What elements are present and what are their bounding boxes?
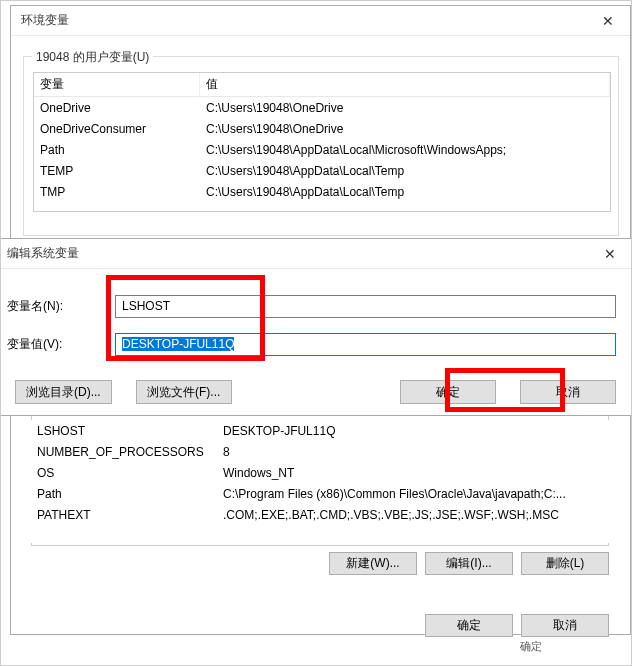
table-row[interactable]: PathC:\Users\19048\AppData\Local\Microso… — [34, 139, 610, 160]
var-name-cell: NUMBER_OF_PROCESSORS — [31, 445, 217, 459]
edit-dialog-titlebar: 编辑系统变量 ✕ — [1, 239, 632, 269]
col-header-value[interactable]: 值 — [200, 73, 610, 97]
var-value-cell: Windows_NT — [217, 466, 609, 480]
var-value-cell: C:\Program Files (x86)\Common Files\Orac… — [217, 487, 609, 501]
edit-ok-button[interactable]: 确定 — [400, 380, 496, 404]
sub-ok-text: 确定 — [520, 639, 542, 654]
delete-sys-var-button[interactable]: 删除(L) — [521, 552, 609, 575]
table-row[interactable]: OSWindows_NT — [31, 462, 609, 483]
var-name-cell: OneDriveConsumer — [34, 122, 200, 136]
edit-dialog-buttons: 浏览目录(D)... 浏览文件(F)... 确定 取消 — [15, 379, 616, 405]
table-row[interactable]: TMPC:\Users\19048\AppData\Local\Temp — [34, 181, 610, 202]
var-value-input[interactable]: DESKTOP-JFUL11Q — [115, 333, 616, 356]
new-sys-var-button[interactable]: 新建(W)... — [329, 552, 417, 575]
user-vars-legend: 19048 的用户变量(U) — [32, 49, 153, 66]
var-name-label: 变量名(N): — [7, 298, 115, 315]
var-name-cell: OneDrive — [34, 101, 200, 115]
var-value-cell: 8 — [217, 445, 609, 459]
table-row[interactable]: PATHEXT.COM;.EXE;.BAT;.CMD;.VBS;.VBE;.JS… — [31, 504, 609, 525]
env-vars-title: 环境变量 — [21, 12, 69, 29]
col-header-name[interactable]: 变量 — [34, 73, 200, 97]
var-name-row: 变量名(N): — [7, 294, 616, 318]
var-value-cell: C:\Users\19048\OneDrive — [200, 101, 610, 115]
edit-cancel-button[interactable]: 取消 — [520, 380, 616, 404]
edit-sys-var-button[interactable]: 编辑(I)... — [425, 552, 513, 575]
var-value-cell: .COM;.EXE;.BAT;.CMD;.VBS;.VBE;.JS;.JSE;.… — [217, 508, 609, 522]
var-name-cell: LSHOST — [31, 424, 217, 438]
table-header[interactable]: 变量 值 — [34, 73, 610, 97]
var-name-input[interactable] — [115, 295, 616, 318]
var-value-cell: C:\Users\19048\OneDrive — [200, 122, 610, 136]
table-row[interactable]: OneDriveConsumerC:\Users\19048\OneDrive — [34, 118, 610, 139]
var-name-cell: TEMP — [34, 164, 200, 178]
var-value-cell: C:\Users\19048\AppData\Local\Microsoft\W… — [200, 143, 610, 157]
var-value-row: 变量值(V): DESKTOP-JFUL11Q — [7, 332, 616, 356]
env-dialog-buttons: 确定 取消 — [31, 614, 609, 640]
close-icon[interactable]: ✕ — [587, 239, 632, 269]
env-cancel-button[interactable]: 取消 — [521, 614, 609, 637]
var-name-cell: OS — [31, 466, 217, 480]
env-ok-button[interactable]: 确定 — [425, 614, 513, 637]
table-row[interactable]: OneDriveC:\Users\19048\OneDrive — [34, 97, 610, 118]
browse-file-button[interactable]: 浏览文件(F)... — [136, 380, 232, 404]
table-row[interactable]: TEMPC:\Users\19048\AppData\Local\Temp — [34, 160, 610, 181]
var-value-cell: C:\Users\19048\AppData\Local\Temp — [200, 185, 610, 199]
var-name-cell: Path — [34, 143, 200, 157]
var-name-cell: Path — [31, 487, 217, 501]
browse-dir-button[interactable]: 浏览目录(D)... — [15, 380, 112, 404]
var-value-cell: C:\Users\19048\AppData\Local\Temp — [200, 164, 610, 178]
var-value-selected-text: DESKTOP-JFUL11Q — [122, 337, 234, 351]
var-value-cell: DESKTOP-JFUL11Q — [217, 424, 609, 438]
user-vars-groupbox: 19048 的用户变量(U) 变量 值 OneDriveC:\Users\190… — [23, 56, 619, 236]
user-vars-table[interactable]: 变量 值 OneDriveC:\Users\19048\OneDriveOneD… — [33, 72, 611, 212]
table-row[interactable]: PathC:\Program Files (x86)\Common Files\… — [31, 483, 609, 504]
close-icon[interactable]: ✕ — [585, 6, 630, 36]
sys-vars-buttons: 新建(W)... 编辑(I)... 删除(L) — [31, 552, 609, 578]
edit-dialog-title: 编辑系统变量 — [7, 245, 79, 262]
env-vars-titlebar: 环境变量 ✕ — [11, 6, 630, 36]
var-name-cell: TMP — [34, 185, 200, 199]
var-name-cell: PATHEXT — [31, 508, 217, 522]
edit-sys-var-dialog: 编辑系统变量 ✕ 变量名(N): 变量值(V): DESKTOP-JFUL11Q… — [1, 238, 632, 416]
sys-vars-table[interactable]: LSHOSTDESKTOP-JFUL11QNUMBER_OF_PROCESSOR… — [31, 420, 609, 543]
table-row[interactable]: LSHOSTDESKTOP-JFUL11Q — [31, 420, 609, 441]
var-value-label: 变量值(V): — [7, 336, 115, 353]
table-row[interactable]: NUMBER_OF_PROCESSORS8 — [31, 441, 609, 462]
